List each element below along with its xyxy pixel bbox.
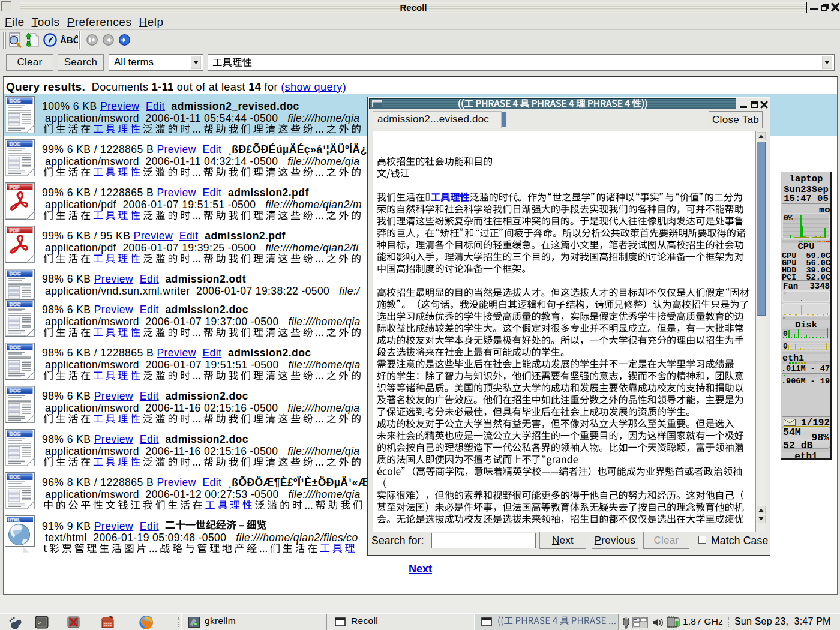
svg-text:DOC: DOC	[10, 388, 21, 394]
svg-text:DOC: DOC	[10, 271, 21, 277]
svg-text:DOC: DOC	[10, 474, 21, 480]
svg-text:0: 0	[783, 329, 788, 338]
svg-text:HTML: HTML	[8, 517, 20, 523]
svg-text:PDF: PDF	[10, 227, 20, 233]
svg-text:DOC: DOC	[10, 344, 21, 350]
svg-text:DOC: DOC	[10, 98, 21, 104]
svg-text:DOC: DOC	[10, 301, 21, 307]
svg-text:0%: 0%	[784, 214, 793, 223]
svg-text:PDF: PDF	[10, 184, 20, 190]
svg-text:>_: >_	[38, 620, 44, 626]
svg-text:0: 0	[783, 342, 788, 351]
svg-text:DOC: DOC	[10, 431, 21, 437]
svg-text:DOC: DOC	[10, 141, 21, 147]
